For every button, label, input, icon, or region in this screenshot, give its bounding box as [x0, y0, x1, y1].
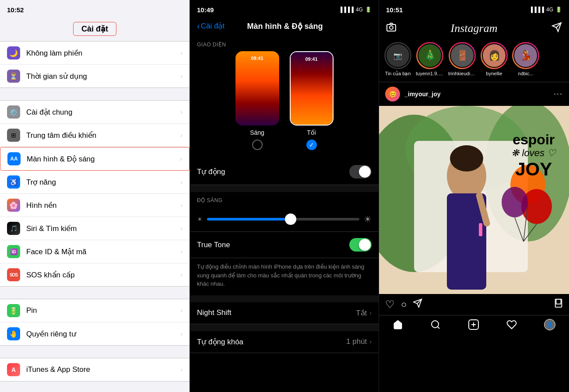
home-nav-icon[interactable] [393, 319, 403, 330]
save-icon[interactable] [554, 298, 563, 311]
back-label: Cài đặt [201, 21, 225, 31]
separator [0, 88, 190, 100]
separator [0, 287, 190, 299]
battery-icon: 🔋 [7, 304, 20, 317]
display-icon: AA [7, 152, 21, 165]
dark-mode-option[interactable]: 09:41 Tối ✓ [290, 51, 334, 150]
story-avatar: 📷 [386, 43, 410, 68]
add-nav-icon[interactable] [468, 319, 479, 330]
brightness-track[interactable] [207, 218, 359, 220]
settings-item-do-not-disturb[interactable]: 🌙 Không làm phiền › [0, 42, 190, 65]
svg-point-1 [390, 26, 393, 29]
profile-nav-avatar[interactable]: 👤 [544, 319, 555, 330]
svg-point-17 [502, 187, 528, 217]
ig-story-trinhkieu[interactable]: 🚪 trinhkieudie... [448, 42, 476, 77]
story-ring: 💃 [512, 42, 539, 69]
send-icon[interactable] [551, 22, 562, 35]
truetone-row: True Tone [190, 232, 379, 258]
settings-time: 10:52 [7, 6, 24, 14]
do-not-disturb-icon: 🌙 [7, 46, 20, 60]
story-ring: 📷 [384, 42, 411, 69]
autolock-label: Tự động khóa [197, 337, 346, 346]
heart-nav-icon[interactable] [506, 319, 517, 330]
ig-story-tuyenn[interactable]: 🎄 tuyenn1.9.7.6 [416, 42, 444, 77]
network-type: 4G [356, 7, 363, 13]
ig-post-image: espoir ❋ loves ♡ JOY [379, 106, 569, 294]
signal-icon: ▐▐▐▐ [339, 7, 354, 13]
ig-network: 4G [546, 7, 553, 13]
brightness-section: ☀ ☀ [190, 207, 379, 232]
search-nav-icon[interactable] [430, 319, 441, 330]
settings-item-control-center[interactable]: ⊞ Trung tâm điều khiển › [0, 124, 190, 147]
accessibility-label: Trợ năng [26, 178, 180, 187]
back-button[interactable]: ‹ Cài đặt [197, 21, 225, 31]
settings-item-wallpaper[interactable]: 🌸 Hình nền › [0, 194, 190, 217]
dark-radio[interactable]: ✓ [306, 140, 317, 150]
status-icons: ▐▐▐▐ 4G 🔋 [339, 7, 372, 13]
chevron-icon: › [180, 202, 183, 209]
ig-signal-icon: ▐▐▐▐ [529, 7, 544, 13]
truetone-toggle[interactable] [349, 238, 372, 252]
ig-story-bynellie[interactable]: 👩 bynellie [481, 42, 508, 77]
settings-item-siri[interactable]: 🎵 Siri & Tìm kiếm › [0, 217, 190, 240]
story-name-trinhkieu: trinhkieudie... [448, 71, 476, 76]
settings-item-general[interactable]: ⚙️ Cài đặt chung › [0, 101, 190, 124]
settings-group-3: 🔋 Pin › 🤚 Quyền riêng tư › [0, 299, 190, 346]
settings-item-display[interactable]: AA Màn hình & Độ sáng › [0, 147, 190, 171]
ig-battery: 🔋 [555, 7, 562, 13]
auto-toggle[interactable] [349, 165, 372, 178]
chevron-icon: › [180, 155, 182, 162]
settings-item-screen-time[interactable]: ⏳ Thời gian sử dụng › [0, 65, 190, 88]
display-panel: 10:49 ▐▐▐▐ 4G 🔋 ‹ Cài đặt Màn hình & Độ … [190, 0, 379, 392]
comment-icon[interactable]: ○ [401, 299, 407, 310]
post-more-icon[interactable]: ··· [554, 89, 563, 98]
story-ring: 🎄 [416, 42, 443, 69]
settings-item-battery[interactable]: 🔋 Pin › [0, 299, 190, 322]
instagram-panel: 10:51 ▐▐▐▐ 4G 🔋 Instagram 📷 [379, 0, 569, 392]
display-nav-title: Màn hình & Độ sáng [225, 21, 345, 31]
battery-label: Pin [26, 306, 180, 315]
light-time: 09:41 [235, 56, 279, 61]
nightshift-label: Night Shift [197, 308, 356, 317]
ig-status-bar: 10:51 ▐▐▐▐ 4G 🔋 [379, 0, 569, 19]
ig-story-ndbich[interactable]: 💃 ndbic... [512, 42, 539, 77]
settings-item-accessibility[interactable]: ♿ Trợ năng › [0, 171, 190, 194]
ig-post-header: 😊 _imyour_joy ··· [379, 82, 569, 106]
display-time: 10:49 [197, 6, 214, 14]
battery-status: 🔋 [365, 7, 372, 13]
ig-stories-row: 📷 Tin của bạn 🎄 tuyenn1.9.7.6 🚪 trinhkie… [379, 39, 569, 82]
light-radio[interactable] [252, 140, 263, 150]
siri-label: Siri & Tìm kiếm [26, 224, 180, 233]
nightshift-row[interactable]: Night Shift Tắt › [190, 302, 379, 324]
autolock-row[interactable]: Tự động khóa 1 phút › [190, 331, 379, 353]
settings-item-privacy[interactable]: 🤚 Quyền riêng tư › [0, 322, 190, 345]
itunes-icon: A [7, 363, 20, 376]
brightness-low-icon: ☀ [197, 216, 203, 223]
share-icon[interactable] [413, 298, 422, 310]
settings-item-itunes[interactable]: A iTunes & App Store › [0, 358, 190, 381]
do-not-disturb-label: Không làm phiền [26, 49, 180, 58]
settings-group-1: 🌙 Không làm phiền › ⏳ Thời gian sử dụng … [0, 41, 190, 88]
accessibility-icon: ♿ [7, 175, 20, 189]
auto-row: Tự động [190, 159, 379, 185]
ig-story-tin-cua-ban[interactable]: 📷 Tin của bạn [384, 42, 411, 77]
like-icon[interactable]: ♡ [385, 298, 395, 311]
camera-icon[interactable] [386, 22, 397, 35]
settings-title: Cài đặt [81, 24, 108, 33]
separator [190, 295, 379, 302]
svg-point-25 [432, 321, 439, 328]
chevron-icon: › [180, 307, 183, 314]
ig-header: Instagram [379, 19, 569, 39]
brightness-thumb[interactable] [285, 214, 296, 225]
itunes-label: iTunes & App Store [26, 365, 180, 374]
brightness-slider-row: ☀ ☀ [197, 214, 372, 224]
brightness-section-label: ĐỘ SÁNG [190, 192, 379, 207]
settings-item-faceid[interactable]: 🆔 Face ID & Mật mã › [0, 240, 190, 263]
story-name-tin-cua-ban: Tin của bạn [385, 71, 411, 77]
privacy-icon: 🤚 [7, 327, 20, 340]
control-center-label: Trung tâm điều khiển [26, 131, 180, 140]
light-mode-option[interactable]: 09:41 Sáng [235, 51, 279, 150]
story-name-bynellie: bynellie [486, 71, 502, 76]
settings-item-sos[interactable]: SOS SOS khẩn cấp › [0, 263, 190, 286]
display-label: Màn hình & Độ sáng [27, 154, 180, 164]
